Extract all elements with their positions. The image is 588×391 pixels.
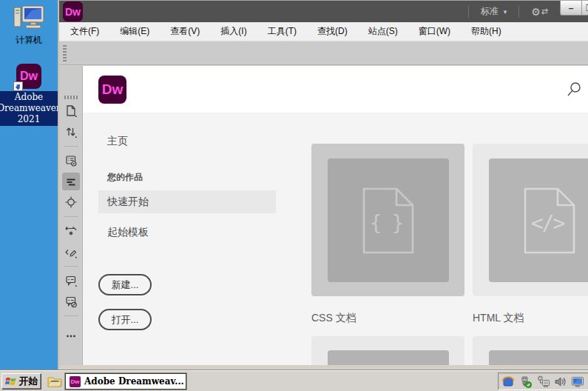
menu-view[interactable]: 查看(V) [163,22,207,41]
standard-toolbar [59,41,588,65]
format-source-icon[interactable] [62,173,80,190]
card-partial-thumbnail [489,350,588,365]
card-css-label: CSS 文档 [311,312,356,325]
toolbar-separator [64,146,78,147]
desktop-icon-dreamweaver-label: Adobe Dreamweaver 2021 [0,91,62,126]
desktop-icon-dreamweaver[interactable]: Dw Adobe Dreamweaver 2021 [1,64,57,126]
quick-launch-folder-icon[interactable] [47,375,62,388]
toolbar-drag-handle[interactable] [63,45,67,61]
display-icon[interactable] [571,375,584,388]
menu-edit[interactable]: 编辑(E) [112,22,157,41]
more-options-icon[interactable] [62,327,80,345]
taskbar-app-button-dreamweaver[interactable]: Dw Adobe Dreamweav... [65,373,186,390]
desktop-icon-computer-label: 计算机 [16,34,42,47]
wrap-tag-icon[interactable] [62,222,80,240]
taskbar-app-button-label: Adobe Dreamweav... [84,376,184,387]
windows-logo-icon [5,376,17,387]
remove-comment-icon[interactable] [62,293,80,310]
card-partial-thumbnail [328,350,449,365]
desktop-icon-computer[interactable]: 计算机 [3,4,55,47]
guides-crosshair-icon[interactable] [62,193,80,211]
computer-icon [13,4,45,33]
window-controls: – ❐ [560,1,588,16]
menu-file[interactable]: 文件(F) [63,22,107,41]
search-icon[interactable] [566,81,582,98]
titlebar-separator [468,6,469,18]
live-view-options-icon[interactable] [62,152,80,170]
card-css-document[interactable]: { } [311,144,464,296]
new-button[interactable]: 新建... [98,274,152,295]
card-html-label: HTML 文档 [473,312,524,325]
titlebar-separator [518,6,519,18]
menu-bar: 文件(F) 编辑(E) 查看(V) 插入(I) 工具(T) 查找(D) 站点(S… [59,22,588,41]
gear-icon: ⚙ [531,6,541,18]
welcome-content: 主页 您的作品 快速开始 起始模板 新建... 打开... [83,113,588,365]
code-edit-icon[interactable] [62,243,80,261]
welcome-screen: Dw 主页 您的作品 快速开始 起始模板 新建... 打开... [83,66,588,365]
dreamweaver-app-icon: Dw [16,64,41,89]
card-html-document[interactable]: </> [473,144,588,296]
window-titlebar: Dw 标准 ▾ ⚙ ⇄ – ❐ [59,1,588,22]
language-indicator-icon[interactable] [502,375,515,388]
card-partial[interactable] [311,336,464,365]
minimize-button[interactable]: – [561,1,581,15]
menu-tools[interactable]: 工具(T) [260,22,304,41]
menu-site[interactable]: 站点(S) [361,22,405,41]
dreamweaver-logo: Dw [63,1,83,21]
dreamweaver-app-icon: Dw [70,376,81,387]
menu-insert[interactable]: 插入(I) [213,22,254,41]
start-button[interactable]: 开始 [1,373,41,390]
apply-comment-icon[interactable] [62,272,80,290]
volume-icon[interactable] [554,375,567,388]
workspace-switcher[interactable]: 标准 ▾ [481,5,507,18]
nav-item-quick-start[interactable]: 快速开始 [98,190,276,213]
open-documents-icon[interactable] [62,102,80,120]
card-css-thumbnail: { } [328,158,449,282]
file-management-icon[interactable] [62,123,80,141]
safely-remove-hardware-icon[interactable] [519,375,532,388]
menu-find[interactable]: 查找(D) [310,22,355,41]
workspace-label: 标准 [481,5,499,18]
common-toolbar [59,66,83,365]
dreamweaver-window: Dw 标准 ▾ ⚙ ⇄ – ❐ 文件(F) 编辑(E) [58,0,588,370]
menu-window[interactable]: 窗口(W) [411,22,458,41]
network-status-icon[interactable] [536,375,550,388]
welcome-header: Dw [83,66,588,113]
menu-help[interactable]: 帮助(H) [464,22,509,41]
nav-item-starter-templates[interactable]: 起始模板 [107,226,149,239]
nav-item-home[interactable]: 主页 [107,135,128,148]
shortcut-arrow-icon [13,81,23,91]
card-partial[interactable] [473,336,588,365]
chevron-down-icon: ▾ [504,8,507,16]
braces-glyph: { } [358,211,414,235]
desktop: 计算机 Dw Adobe Dreamweaver 2021 Dw 标准 ▾ [0,0,588,391]
nav-item-your-work[interactable]: 您的作品 [107,171,143,184]
taskbar: 开始 Dw Adobe Dreamweav... [0,370,588,391]
sync-arrows-icon: ⇄ [541,7,548,16]
open-button[interactable]: 打开... [98,309,152,330]
toolbar-separator [64,266,78,267]
code-tag-glyph: </> [519,211,575,235]
dreamweaver-logo: Dw [98,76,126,104]
maximize-button[interactable]: ❐ [581,1,588,15]
card-html-thumbnail: </> [489,158,588,282]
sync-settings-button[interactable]: ⚙ ⇄ [531,6,548,18]
system-tray [498,372,588,390]
start-button-label: 开始 [19,375,38,388]
toolbar-drag-handle[interactable] [64,96,78,99]
toolbar-separator [64,216,78,217]
toolbar-separator [64,315,78,316]
